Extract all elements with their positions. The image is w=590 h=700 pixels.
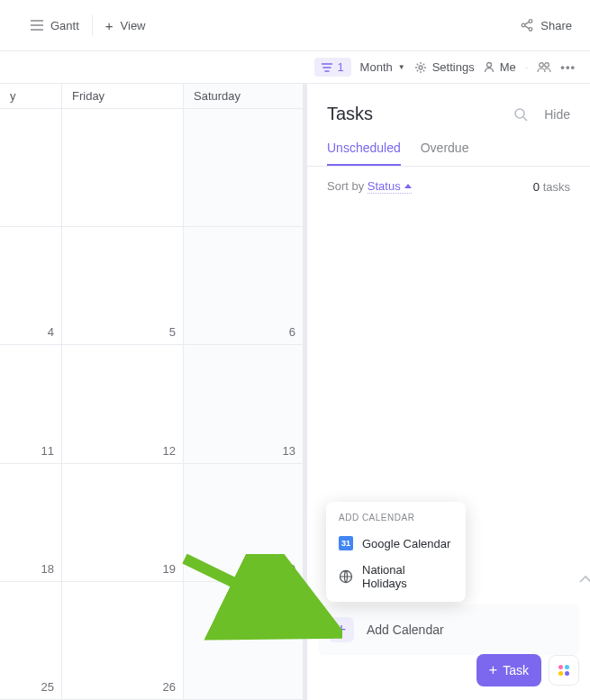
apps-button[interactable] [549,655,579,686]
svg-point-2 [529,28,532,32]
calendar-cell[interactable] [184,109,304,226]
tasks-panel: Tasks Hide Unscheduled Overdue Sort by S… [304,84,590,700]
popup-item-holidays[interactable]: National Holidays [326,557,466,596]
calendar-header-row: y Friday Saturday [0,84,304,109]
calendar-row: 25 26 [0,582,304,700]
globe-icon [339,569,353,584]
calendar-row: 4 5 6 [0,227,304,345]
period-label: Month [360,60,393,74]
svg-point-7 [515,109,524,118]
calendar-cell[interactable]: 11 [0,345,62,462]
calendar-row: 11 12 13 [0,345,304,463]
calendar-grid: y Friday Saturday 4 5 6 11 12 13 18 19 [0,84,304,700]
period-selector[interactable]: Month ▼ [360,60,405,74]
calendar-row: 18 19 20 [0,464,304,582]
separator: · [525,60,529,74]
calendar-cell[interactable]: 12 [62,345,184,462]
add-calendar-label: Add Calendar [367,623,444,637]
task-count: 0 tasks [533,180,570,194]
plus-icon: + [105,18,113,33]
hide-button[interactable]: Hide [544,107,570,122]
popup-item-google[interactable]: 31 Google Calendar [326,530,466,557]
fab-task-label: Task [503,663,529,677]
sort-row: Sort by Status 0 tasks [307,167,590,194]
share-button[interactable]: Share [521,19,572,32]
svg-point-3 [419,66,422,69]
day-header: Friday [62,84,184,108]
chevron-up-icon[interactable] [579,576,590,583]
sort-by[interactable]: Sort by Status [327,179,412,194]
sort-by-label: Sort by [327,179,364,193]
day-header: y [0,84,62,108]
calendar-cell[interactable]: 25 [0,582,62,699]
svg-point-6 [545,63,549,68]
toolbar: 1 Month ▼ Settings Me · ••• [0,51,590,84]
calendar-cell[interactable] [62,109,184,226]
day-header: Saturday [184,84,304,108]
calendar-cell[interactable] [0,109,62,226]
tasks-tabs: Unscheduled Overdue [307,124,590,167]
tasks-header: Tasks Hide [307,84,590,124]
plus-icon: + [489,662,497,678]
calendar-cell[interactable]: 4 [0,227,62,344]
calendar-row [0,109,304,227]
topbar-left: Gantt + View [18,11,159,40]
share-label: Share [540,19,572,32]
search-icon[interactable] [513,107,528,122]
people-icon [537,61,551,73]
person-icon [484,61,495,73]
calendar-cell[interactable]: 19 [62,464,184,581]
filter-icon [322,63,332,72]
svg-point-1 [522,23,525,27]
calendar-cell[interactable]: 6 [184,227,304,344]
svg-point-5 [540,63,544,68]
popup-title: ADD CALENDAR [326,513,466,530]
calendar-cell[interactable]: 18 [0,464,62,581]
view-label: View [121,19,146,32]
tasks-header-actions: Hide [513,107,570,122]
tab-unscheduled[interactable]: Unscheduled [327,141,401,166]
gantt-view-button[interactable]: Gantt [18,11,92,40]
sort-field[interactable]: Status [368,179,412,194]
filter-button[interactable]: 1 [314,58,350,77]
add-calendar-popup: ADD CALENDAR 31 Google Calendar National… [326,502,466,602]
apps-icon [558,665,569,676]
share-icon [521,19,533,32]
google-calendar-icon: 31 [339,536,353,550]
top-bar: Gantt + View Share [0,0,590,51]
more-menu[interactable]: ••• [560,60,576,74]
gear-icon [414,61,427,74]
svg-point-0 [529,20,532,23]
gantt-label: Gantt [50,19,79,32]
calendar-cell[interactable]: 13 [184,345,304,462]
popup-item-label: National Holidays [362,563,453,590]
svg-point-4 [486,63,491,68]
settings-button[interactable]: Settings [414,60,475,74]
plus-icon: + [329,617,354,642]
sort-asc-icon [404,184,412,188]
me-label: Me [500,60,516,74]
tasks-title: Tasks [327,104,373,124]
calendar-cell[interactable]: 20 [184,464,304,581]
calendar-rows: 4 5 6 11 12 13 18 19 20 25 26 [0,109,304,700]
add-view-button[interactable]: + View [93,11,159,40]
fab-row: + Task [477,654,579,686]
settings-label: Settings [432,60,475,74]
chevron-down-icon: ▼ [398,63,405,71]
calendar-cell[interactable]: 5 [62,227,184,344]
me-button[interactable]: Me [484,60,516,74]
ellipsis-icon: ••• [560,60,576,74]
calendar-cell[interactable] [184,582,304,699]
assignees-button[interactable] [537,61,551,73]
add-calendar-button[interactable]: + Add Calendar [318,605,579,655]
new-task-button[interactable]: + Task [477,654,541,686]
calendar-cell[interactable]: 26 [62,582,184,699]
content: y Friday Saturday 4 5 6 11 12 13 18 19 [0,84,590,700]
filter-count: 1 [337,60,343,74]
tab-overdue[interactable]: Overdue [421,141,469,166]
popup-item-label: Google Calendar [362,537,450,550]
list-icon [31,20,43,31]
